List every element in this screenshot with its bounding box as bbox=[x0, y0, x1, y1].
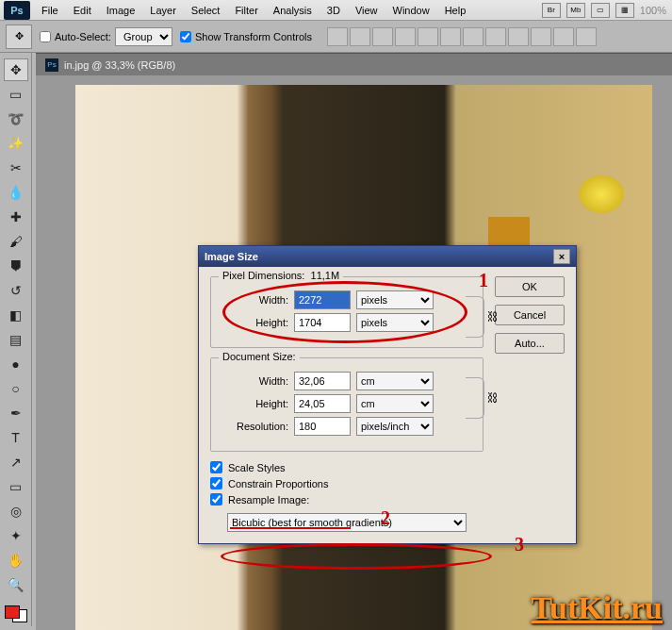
options-bar: ✥ Auto-Select: Group Show Transform Cont… bbox=[0, 21, 672, 53]
path-tool[interactable]: ↗ bbox=[4, 451, 28, 473]
scale-styles-checkbox[interactable] bbox=[210, 461, 222, 473]
screen-mode-button[interactable]: ▭ bbox=[591, 3, 610, 18]
watermark: TutKit.ru bbox=[531, 590, 663, 626]
pixel-height-unit[interactable]: pixels bbox=[356, 313, 434, 332]
doc-height-label: Height: bbox=[219, 398, 288, 409]
auto-button[interactable]: Auto... bbox=[495, 333, 565, 354]
dialog-title: Image Size bbox=[205, 251, 258, 262]
lasso-tool[interactable]: ➰ bbox=[4, 108, 28, 130]
menu-window[interactable]: Window bbox=[385, 5, 437, 16]
menu-file[interactable]: File bbox=[34, 5, 66, 16]
hand-tool[interactable]: ✋ bbox=[4, 549, 28, 572]
align-icon[interactable] bbox=[395, 27, 416, 46]
menu-view[interactable]: View bbox=[348, 5, 385, 16]
show-transform-checkbox[interactable] bbox=[180, 31, 191, 42]
document-title: in.jpg @ 33,3% (RGB/8) bbox=[64, 59, 175, 71]
menu-bar: Ps File Edit Image Layer Select Filter A… bbox=[0, 0, 672, 21]
distribute-icon[interactable] bbox=[576, 27, 597, 46]
wand-tool[interactable]: ✨ bbox=[4, 132, 28, 155]
ps-file-icon: Ps bbox=[45, 58, 58, 72]
move-tool-icon: ✥ bbox=[6, 25, 32, 49]
align-icon[interactable] bbox=[440, 27, 461, 46]
pixel-width-unit[interactable]: pixels bbox=[356, 290, 434, 309]
menu-filter[interactable]: Filter bbox=[227, 5, 265, 16]
resample-checkbox[interactable] bbox=[210, 493, 222, 506]
menu-3d[interactable]: 3D bbox=[320, 5, 348, 16]
zoom-percent: 100% bbox=[640, 5, 666, 16]
link-icon bbox=[466, 377, 484, 419]
align-icon[interactable] bbox=[327, 27, 348, 46]
color-swatch[interactable] bbox=[5, 602, 27, 622]
bridge-button[interactable]: Br bbox=[542, 3, 561, 18]
app-logo: Ps bbox=[4, 1, 30, 20]
dodge-tool[interactable]: ○ bbox=[4, 377, 28, 400]
menu-edit[interactable]: Edit bbox=[66, 5, 99, 16]
align-icon[interactable] bbox=[350, 27, 370, 46]
pen-tool[interactable]: ✒ bbox=[4, 402, 28, 424]
cancel-button[interactable]: Cancel bbox=[495, 305, 565, 325]
doc-height-input[interactable] bbox=[294, 394, 351, 413]
zoom-tool[interactable]: 🔍 bbox=[4, 573, 28, 596]
pixel-dim-size: 11,1M bbox=[311, 270, 340, 281]
resolution-label: Resolution: bbox=[219, 421, 288, 432]
show-transform-label: Show Transform Controls bbox=[195, 31, 312, 42]
height-label: Height: bbox=[219, 317, 288, 328]
close-icon[interactable]: × bbox=[553, 249, 570, 264]
doc-height-unit[interactable]: cm bbox=[356, 394, 434, 413]
menu-help[interactable]: Help bbox=[437, 5, 474, 16]
resolution-unit[interactable]: pixels/inch bbox=[356, 417, 434, 436]
distribute-icon[interactable] bbox=[463, 27, 484, 46]
distribute-icon[interactable] bbox=[531, 27, 551, 46]
crop-tool[interactable]: ✂ bbox=[4, 157, 28, 179]
doc-size-label: Document Size: bbox=[219, 351, 300, 362]
resolution-input[interactable] bbox=[294, 417, 351, 436]
menu-image[interactable]: Image bbox=[99, 5, 143, 16]
document-tab[interactable]: Ps in.jpg @ 33,3% (RGB/8) bbox=[36, 53, 672, 75]
auto-select-dropdown[interactable]: Group bbox=[115, 27, 172, 46]
stamp-tool[interactable]: ⛊ bbox=[4, 255, 28, 277]
blur-tool[interactable]: ● bbox=[4, 353, 28, 375]
auto-select-checkbox[interactable] bbox=[40, 31, 51, 42]
align-icon[interactable] bbox=[372, 27, 393, 46]
menu-layer[interactable]: Layer bbox=[142, 5, 184, 16]
pixel-width-input[interactable] bbox=[294, 290, 351, 309]
resample-label: Resample Image: bbox=[228, 494, 309, 506]
mb-button[interactable]: Mb bbox=[566, 3, 585, 18]
eraser-tool[interactable]: ◧ bbox=[4, 304, 28, 326]
doc-width-label: Width: bbox=[219, 375, 288, 387]
width-label: Width: bbox=[219, 294, 288, 306]
type-tool[interactable]: T bbox=[4, 426, 28, 449]
distribute-icon[interactable] bbox=[553, 27, 574, 46]
move-tool[interactable]: ✥ bbox=[4, 58, 28, 81]
menu-select[interactable]: Select bbox=[184, 5, 228, 16]
heal-tool[interactable]: ✚ bbox=[4, 206, 28, 228]
scale-styles-label: Scale Styles bbox=[228, 462, 286, 473]
arrange-button[interactable]: ▦ bbox=[615, 3, 634, 18]
tools-panel: ✥ ▭ ➰ ✨ ✂ 💧 ✚ 🖌 ⛊ ↺ ◧ ▤ ● ○ ✒ T ↗ ▭ ◎ ✦ … bbox=[0, 53, 32, 626]
brush-tool[interactable]: 🖌 bbox=[4, 230, 28, 253]
doc-width-unit[interactable]: cm bbox=[356, 372, 434, 390]
doc-width-input[interactable] bbox=[294, 372, 351, 390]
auto-select-label: Auto-Select: bbox=[55, 31, 111, 42]
history-brush-tool[interactable]: ↺ bbox=[4, 279, 28, 302]
link-icon bbox=[466, 296, 484, 338]
distribute-icon[interactable] bbox=[485, 27, 506, 46]
shape-tool[interactable]: ▭ bbox=[4, 475, 28, 498]
constrain-label: Constrain Proportions bbox=[228, 478, 328, 489]
menu-analysis[interactable]: Analysis bbox=[266, 5, 320, 16]
resample-method-dropdown[interactable]: Bicubic (best for smooth gradients) bbox=[227, 513, 467, 532]
3d-tool[interactable]: ◎ bbox=[4, 500, 28, 522]
gradient-tool[interactable]: ▤ bbox=[4, 328, 28, 351]
constrain-checkbox[interactable] bbox=[210, 477, 222, 489]
dialog-titlebar[interactable]: Image Size × bbox=[199, 246, 576, 267]
eyedropper-tool[interactable]: 💧 bbox=[4, 181, 28, 204]
image-size-dialog: Image Size × OK Cancel Auto... Pixel Dim… bbox=[198, 245, 577, 544]
3d-camera-tool[interactable]: ✦ bbox=[4, 524, 28, 547]
distribute-icon[interactable] bbox=[508, 27, 529, 46]
marquee-tool[interactable]: ▭ bbox=[4, 83, 28, 106]
ok-button[interactable]: OK bbox=[495, 276, 565, 297]
pixel-height-input[interactable] bbox=[294, 313, 351, 332]
align-icon[interactable] bbox=[418, 27, 438, 46]
pixel-dim-label: Pixel Dimensions: bbox=[222, 270, 304, 281]
